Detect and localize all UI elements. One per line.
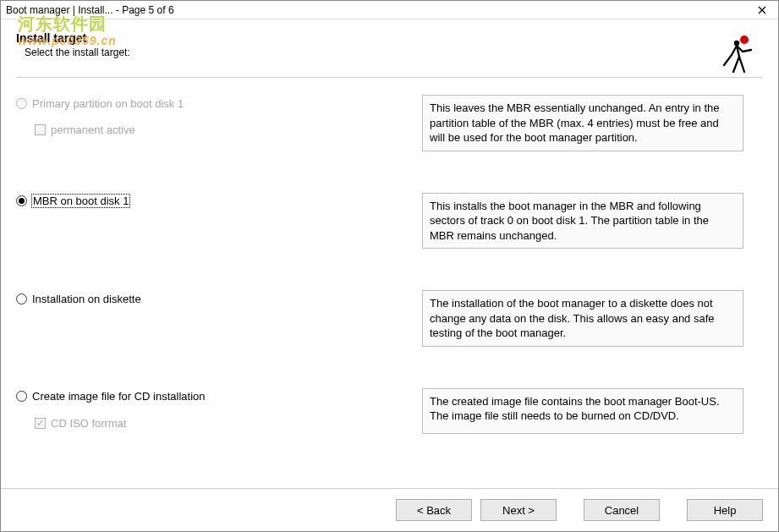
cancel-button[interactable]: Cancel [584, 499, 660, 521]
header-divider [16, 77, 763, 78]
wizard-header: Install target Select the install target… [1, 19, 778, 77]
description-mbr: This installs the boot manager in the MB… [422, 193, 743, 250]
description-cd-image: The created image file contains the boot… [422, 388, 743, 434]
radio-diskette-label[interactable]: Installation on diskette [32, 293, 141, 305]
help-button[interactable]: Help [687, 499, 763, 521]
option-diskette: Installation on diskette The installatio… [16, 290, 763, 347]
app-logo [719, 35, 753, 74]
radio-primary-partition-label: Primary partition on boot disk 1 [32, 97, 184, 110]
radio-primary-partition [16, 98, 27, 109]
option-cd-image: Create image file for CD installation CD… [16, 388, 763, 434]
radio-diskette[interactable] [16, 293, 27, 304]
close-button[interactable] [749, 2, 775, 19]
title-bar: Boot manager | Install... - Page 5 of 6 [1, 1, 778, 19]
page-subtitle: Select the install target: [25, 47, 763, 58]
checkbox-cd-iso-format [35, 418, 46, 429]
page-title: Install target [16, 31, 763, 45]
options-container: Primary partition on boot disk 1 permane… [1, 95, 778, 434]
radio-mbr-label[interactable]: MBR on boot disk 1 [32, 195, 129, 207]
svg-point-0 [740, 36, 749, 44]
checkbox-permanent-active [35, 124, 46, 135]
wizard-footer: < Back Next > Cancel Help [1, 488, 778, 531]
next-button[interactable]: Next > [480, 499, 557, 521]
window-title: Boot manager | Install... - Page 5 of 6 [6, 4, 174, 16]
description-diskette: The installation of the boot manager to … [422, 290, 743, 347]
radio-mbr[interactable] [16, 195, 27, 206]
back-button[interactable]: < Back [396, 499, 472, 521]
description-primary-partition: This leaves the MBR essentially unchange… [422, 95, 743, 151]
checkbox-permanent-active-label: permanent active [51, 123, 135, 136]
option-mbr: MBR on boot disk 1 This installs the boo… [16, 193, 763, 250]
close-icon [758, 6, 766, 14]
radio-cd-image-label[interactable]: Create image file for CD installation [32, 390, 205, 403]
radio-cd-image[interactable] [16, 391, 27, 402]
option-primary-partition: Primary partition on boot disk 1 permane… [16, 95, 763, 151]
checkbox-cd-iso-format-label: CD ISO forrmat [51, 417, 127, 430]
